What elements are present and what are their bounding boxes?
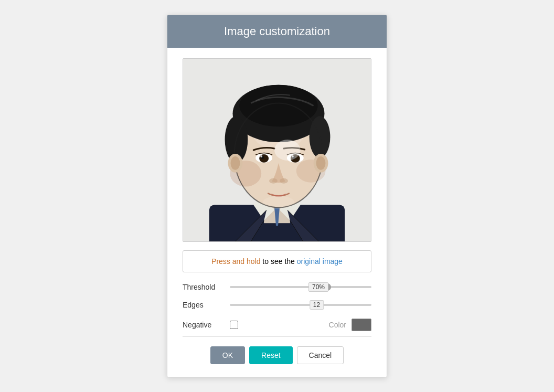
edges-slider-container: 12 <box>230 304 371 306</box>
negative-checkbox-container <box>230 321 238 329</box>
press-hold-text-orange: Press and hold <box>211 257 260 266</box>
image-customization-dialog: Image customization <box>167 15 387 377</box>
ok-button[interactable]: OK <box>210 346 245 364</box>
press-hold-text-middle: to see the <box>260 257 296 266</box>
svg-point-10 <box>239 85 317 127</box>
threshold-slider[interactable] <box>230 286 371 288</box>
svg-point-15 <box>259 154 269 163</box>
svg-point-28 <box>231 156 240 170</box>
threshold-slider-container: 70% <box>230 286 371 288</box>
negative-checkbox[interactable] <box>230 321 238 329</box>
threshold-row: Threshold 70% <box>183 283 371 291</box>
svg-point-30 <box>316 156 326 170</box>
cancel-button[interactable]: Cancel <box>297 346 344 364</box>
edges-label: Edges <box>183 301 230 309</box>
color-label: Color <box>329 321 346 329</box>
svg-point-22 <box>280 178 288 184</box>
dialog-header: Image customization <box>167 15 387 48</box>
press-hold-button[interactable]: Press and hold to see the original image <box>183 250 371 272</box>
dialog-title: Image customization <box>180 25 374 38</box>
color-swatch[interactable] <box>351 319 371 331</box>
svg-point-31 <box>274 140 301 161</box>
button-row: OK Reset Cancel <box>183 346 371 364</box>
negative-row: Negative Color <box>183 319 371 331</box>
dialog-body: Press and hold to see the original image… <box>167 48 387 377</box>
svg-point-21 <box>269 178 278 184</box>
reset-button[interactable]: Reset <box>249 346 293 364</box>
negative-label: Negative <box>183 321 230 329</box>
color-section: Color <box>329 319 371 331</box>
threshold-label: Threshold <box>183 283 230 291</box>
divider <box>183 336 371 337</box>
svg-point-19 <box>260 155 262 157</box>
press-hold-text-blue: original image <box>297 257 343 266</box>
edges-slider[interactable] <box>230 304 371 306</box>
image-preview <box>183 58 371 242</box>
edges-row: Edges 12 <box>183 301 371 309</box>
svg-point-25 <box>263 196 294 208</box>
controls-section: Threshold 70% Edges 12 Negative <box>183 283 371 364</box>
